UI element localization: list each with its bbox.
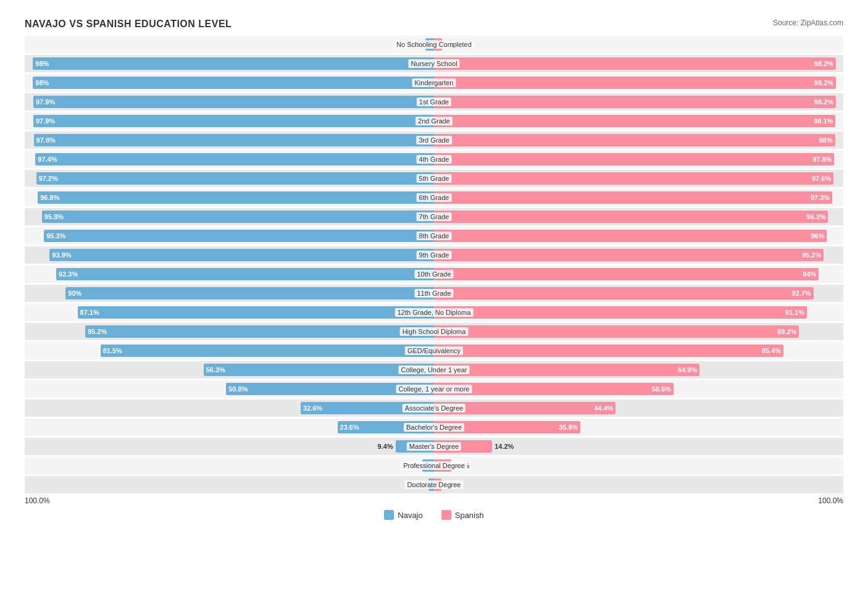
navajo-bar: 97.8% [34, 134, 434, 146]
navajo-bar-label: 50.8% [228, 385, 248, 393]
center-label: 9th Grade [417, 251, 452, 259]
spanish-bar-label: 98.2% [814, 79, 833, 86]
spanish-bar-label: 58.5% [652, 385, 671, 393]
navajo-bar: 85.2% [85, 325, 434, 338]
navajo-bar-label: 98% [35, 60, 49, 67]
navajo-bar-label: 90% [68, 290, 81, 297]
center-label: Bachelor's Degree [404, 423, 464, 432]
bar-row: 2.1%No Schooling Completed1.9% [25, 36, 843, 53]
spanish-bar: 98% [434, 134, 835, 146]
navajo-bar-label: 93.9% [52, 251, 71, 259]
center-label: Nursery School [408, 59, 459, 68]
navajo-bar: 98% [33, 77, 434, 89]
navajo-bar: 95.8% [42, 211, 434, 223]
bar-row: 90%11th Grade92.7% [25, 285, 843, 302]
spanish-bar: 64.9% [434, 364, 699, 376]
center-label: 6th Grade [417, 193, 452, 202]
navajo-bar-label: 98% [35, 79, 49, 86]
navajo-bar-label-outside: 9.4% [378, 443, 393, 450]
spanish-bar: 94% [434, 268, 819, 280]
navajo-bar: 93.9% [49, 249, 434, 261]
center-label: 4th Grade [417, 155, 452, 164]
chart-container: NAVAJO VS SPANISH EDUCATION LEVEL Source… [12, 12, 856, 532]
spanish-bar: 98.2% [434, 57, 836, 70]
spanish-bar: 98.2% [434, 96, 836, 108]
spanish-bar-label: 98.2% [814, 98, 833, 106]
bar-row: 23.6%Bachelor's Degree35.8% [25, 419, 843, 436]
legend: Navajo Spanish [25, 510, 843, 520]
spanish-bar-label: 97.6% [812, 175, 831, 182]
bar-row: 98%Nursery School98.2% [25, 55, 843, 72]
spanish-bar: 91.1% [434, 306, 807, 319]
legend-spanish: Spanish [441, 510, 484, 520]
navajo-bar: 87.1% [78, 306, 434, 319]
navajo-bar: 97.9% [33, 115, 434, 127]
spanish-bar-label: 92.7% [791, 290, 811, 297]
center-label: GED/Equivalency [405, 346, 463, 355]
navajo-bar-label: 23.6% [340, 424, 359, 431]
spanish-bar: 92.7% [434, 287, 814, 299]
bar-row: 97.8%3rd Grade98% [25, 132, 843, 149]
spanish-bar: 96.3% [434, 211, 828, 223]
axis-row: 100.0% 100.0% [25, 496, 843, 505]
spanish-bar-label: 96% [811, 232, 824, 240]
bar-row: 97.9%1st Grade98.2% [25, 93, 843, 111]
spanish-bar-label: 98.2% [814, 60, 833, 67]
navajo-bar: 81.5% [101, 345, 434, 357]
spanish-bar: 96% [434, 230, 827, 242]
bar-row: 97.2%5th Grade97.6% [25, 170, 843, 187]
navajo-legend-label: Navajo [398, 511, 422, 520]
navajo-bar-label: 97.8% [36, 136, 56, 144]
navajo-bar: 92.3% [56, 268, 434, 280]
chart-header: NAVAJO VS SPANISH EDUCATION LEVEL Source… [25, 19, 843, 30]
spanish-bar-label: 97.8% [812, 156, 832, 163]
spanish-bar-label: 91.1% [785, 309, 804, 316]
spanish-bar: 97.3% [434, 191, 832, 204]
center-label: 10th Grade [414, 270, 453, 278]
center-label: Associate's Degree [403, 404, 465, 412]
center-label: 1st Grade [417, 98, 451, 106]
spanish-bar-label: 85.4% [762, 347, 781, 354]
center-label: 2nd Grade [415, 117, 453, 125]
navajo-bar: 95.3% [44, 230, 434, 242]
axis-left: 100.0% [25, 496, 50, 505]
chart-source: Source: ZipAtlas.com [773, 19, 843, 27]
bar-row: 98%Kindergarten98.2% [25, 74, 843, 91]
spanish-bar: 97.6% [434, 172, 833, 185]
navajo-bar-label: 81.5% [103, 347, 122, 354]
bar-row: 56.3%College, Under 1 year64.9% [25, 361, 843, 378]
center-label: College, Under 1 year [398, 366, 469, 374]
center-label: 7th Grade [417, 212, 452, 221]
bar-row: 95.3%8th Grade96% [25, 227, 843, 245]
navajo-bar-label: 97.9% [36, 98, 55, 106]
navajo-bar-label: 85.2% [88, 328, 107, 335]
bar-row: 32.6%Associate's Degree44.4% [25, 399, 843, 417]
bar-row: 81.5%GED/Equivalency85.4% [25, 342, 843, 359]
navajo-bar-label: 96.8% [40, 194, 59, 201]
spanish-bar-label: 35.8% [559, 424, 578, 431]
bar-row: 95.8%7th Grade96.3% [25, 208, 843, 225]
spanish-color-swatch [441, 510, 451, 520]
bar-row: 92.3%10th Grade94% [25, 265, 843, 283]
navajo-bar: 97.4% [35, 153, 434, 165]
spanish-bar-label: 96.3% [806, 213, 825, 220]
spanish-bar: 98.2% [434, 77, 836, 89]
spanish-bar-label: 89.2% [777, 328, 796, 335]
navajo-bar-label: 87.1% [80, 309, 99, 316]
axis-right: 100.0% [818, 496, 843, 505]
center-label: College, 1 year or more [396, 385, 472, 393]
spanish-bar-label: 97.3% [811, 194, 830, 201]
navajo-bar: 97.2% [36, 172, 434, 185]
center-label: No Schooling Completed [394, 40, 474, 49]
navajo-bar-label: 95.8% [44, 213, 64, 220]
bar-row: 1.4%Doctorate Degree1.8% [25, 476, 843, 493]
center-label: 3rd Grade [416, 136, 452, 144]
bar-row: 85.2%High School Diploma89.2% [25, 323, 843, 340]
navajo-bar-label: 97.9% [36, 117, 55, 125]
spanish-bar: 95.2% [434, 249, 824, 261]
bar-row: 50.8%College, 1 year or more58.5% [25, 380, 843, 398]
navajo-bar-label: 95.3% [46, 232, 65, 240]
spanish-bar-label: 95.2% [802, 251, 821, 259]
bar-row: 93.9%9th Grade95.2% [25, 246, 843, 264]
navajo-bar-label: 97.4% [38, 156, 57, 163]
